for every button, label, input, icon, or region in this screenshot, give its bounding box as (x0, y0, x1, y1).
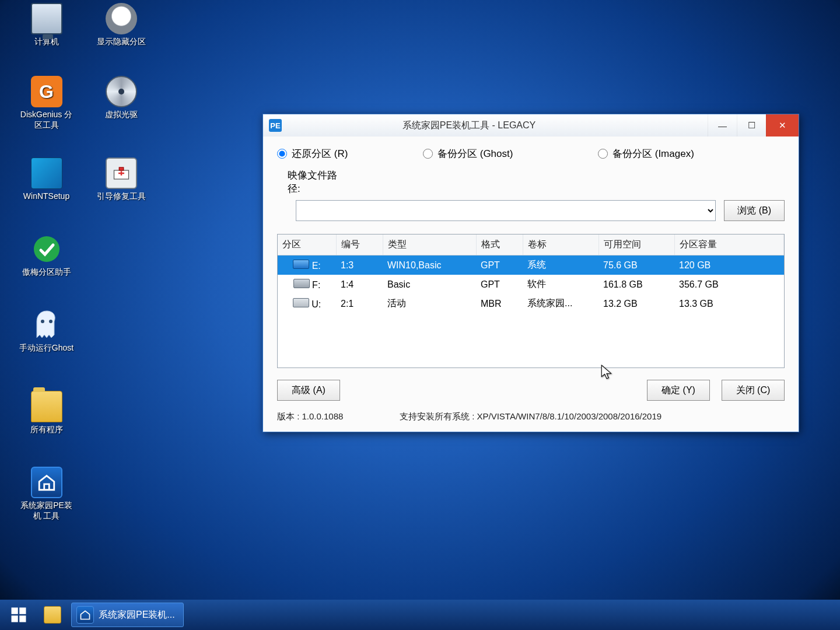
drive-icon-cell: U: (278, 294, 336, 313)
col-label[interactable]: 卷标 (523, 235, 598, 256)
icon-label: DiskGenius 分区工具 (19, 110, 74, 130)
titlebar[interactable]: PE 系统家园PE装机工具 - LEGACY — ☐ ✕ (263, 114, 799, 136)
radio-input[interactable] (277, 149, 287, 159)
folder-icon (31, 391, 62, 422)
cd-icon (106, 76, 137, 107)
svg-point-4 (49, 320, 52, 323)
radio-backup-ghost[interactable]: 备份分区 (Ghost) (423, 147, 598, 160)
visibility-icon (106, 3, 137, 34)
desktop-icon-pe-install-tool[interactable]: 系统家园PE装机 工具 (19, 467, 74, 521)
maximize-button[interactable]: ☐ (737, 114, 766, 136)
cell-capacity: 356.7 GB (674, 275, 784, 294)
cell-free: 13.2 GB (598, 294, 674, 313)
desktop-icon-show-hidden-partition[interactable]: 显示隐藏分区 (93, 3, 149, 47)
col-capacity[interactable]: 分区容量 (674, 235, 784, 256)
cell-number: 1:3 (336, 256, 383, 275)
svg-rect-8 (19, 615, 26, 622)
drive-icon (293, 298, 309, 307)
pe-tool-icon (76, 606, 94, 624)
supported-systems-text: 支持安装所有系统 : XP/VISTA/WIN7/8/8.1/10/2003/2… (400, 411, 662, 422)
svg-rect-6 (19, 608, 26, 614)
table-row[interactable]: F:1:4BasicGPT软件161.8 GB356.7 GB (278, 275, 784, 294)
toolbox-icon (106, 158, 137, 189)
app-icon: PE (269, 119, 282, 132)
col-format[interactable]: 格式 (476, 235, 523, 256)
radio-input[interactable] (423, 149, 433, 159)
radio-label: 备份分区 (Imagex) (612, 147, 694, 160)
task-label: 系统家园PE装机... (99, 609, 175, 621)
computer-icon (31, 3, 62, 34)
ghost-icon (31, 309, 62, 341)
cell-capacity: 13.3 GB (674, 294, 784, 313)
icon-label: 系统家园PE装机 工具 (19, 501, 74, 521)
icon-label: 虚拟光驱 (93, 110, 149, 120)
close-dialog-button[interactable]: 关闭 (C) (722, 380, 785, 401)
drive-icon (293, 260, 309, 269)
radio-input[interactable] (598, 149, 608, 159)
taskbar-task-pe-tool[interactable]: 系统家园PE装机... (71, 603, 184, 627)
table-row[interactable]: E:1:3WIN10,BasicGPT系统75.6 GB120 GB (278, 256, 784, 275)
col-type[interactable]: 类型 (383, 235, 476, 256)
icon-label: 显示隐藏分区 (93, 37, 149, 47)
icon-label: WinNTSetup (19, 191, 74, 202)
cell-number: 2:1 (336, 294, 383, 313)
cell-format: GPT (476, 275, 523, 294)
radio-restore-partition[interactable]: 还原分区 (R) (277, 147, 423, 160)
ok-button[interactable]: 确定 (Y) (647, 380, 710, 401)
pe-tool-icon (31, 467, 62, 498)
svg-rect-1 (119, 167, 124, 170)
cell-free: 75.6 GB (598, 256, 674, 275)
radio-backup-imagex[interactable]: 备份分区 (Imagex) (598, 147, 694, 160)
start-button[interactable] (4, 603, 34, 626)
drive-icon-cell: E: (278, 256, 336, 275)
desktop-icon-diskgenius[interactable]: G DiskGenius 分区工具 (19, 76, 74, 130)
desktop-icon-boot-repair[interactable]: 引导修复工具 (93, 158, 149, 202)
col-free[interactable]: 可用空间 (598, 235, 674, 256)
aomei-icon (31, 233, 62, 265)
drive-icon-cell: F: (278, 275, 336, 294)
advanced-button[interactable]: 高级 (A) (277, 380, 340, 401)
svg-point-2 (34, 236, 60, 262)
taskbar: 系统家园PE装机... (0, 600, 840, 630)
cell-label: 系统 (523, 256, 598, 275)
icon-label: 傲梅分区助手 (19, 267, 74, 278)
drive-icon (293, 279, 310, 288)
col-number[interactable]: 编号 (336, 235, 383, 256)
minimize-button[interactable]: — (708, 114, 737, 136)
cell-label: 软件 (523, 275, 598, 294)
desktop-icon-computer[interactable]: 计算机 (19, 3, 74, 47)
cell-number: 1:4 (336, 275, 383, 294)
image-path-dropdown[interactable] (296, 200, 716, 221)
close-button[interactable]: ✕ (766, 114, 799, 136)
browse-button[interactable]: 浏览 (B) (724, 200, 785, 221)
table-header-row: 分区 编号 类型 格式 卷标 可用空间 分区容量 (278, 235, 784, 256)
diskgenius-icon: G (31, 76, 62, 107)
desktop-icon-ghost[interactable]: 手动运行Ghost (19, 309, 74, 354)
desktop-icon-virtual-cd[interactable]: 虚拟光驱 (93, 76, 149, 120)
cell-format: GPT (476, 256, 523, 275)
icon-label: 所有程序 (19, 425, 74, 435)
cell-type: 活动 (383, 294, 476, 313)
pe-installer-window: PE 系统家园PE装机工具 - LEGACY — ☐ ✕ 还原分区 (R) 备份… (262, 114, 799, 432)
col-partition[interactable]: 分区 (278, 235, 336, 256)
svg-point-3 (41, 320, 44, 323)
icon-label: 手动运行Ghost (19, 343, 74, 354)
image-path-label: 映像文件路径: (277, 169, 347, 195)
status-line: 版本 : 1.0.0.1088 支持安装所有系统 : XP/VISTA/WIN7… (277, 409, 785, 428)
window-title: 系统家园PE装机工具 - LEGACY (289, 120, 708, 132)
version-text: 版本 : 1.0.0.1088 (277, 411, 400, 422)
desktop-icon-all-programs[interactable]: 所有程序 (19, 391, 74, 435)
mode-radio-group: 还原分区 (R) 备份分区 (Ghost) 备份分区 (Imagex) (277, 147, 785, 160)
svg-rect-7 (12, 615, 18, 622)
taskbar-explorer[interactable] (38, 603, 66, 627)
cell-type: Basic (383, 275, 476, 294)
svg-rect-5 (12, 608, 18, 614)
radio-label: 还原分区 (R) (292, 147, 348, 160)
desktop-icon-aomei-partition[interactable]: 傲梅分区助手 (19, 233, 74, 278)
cell-type: WIN10,Basic (383, 256, 476, 275)
table-row[interactable]: U:2:1活动MBR系统家园...13.2 GB13.3 GB (278, 294, 784, 313)
desktop-icon-winntsetup[interactable]: WinNTSetup (19, 158, 74, 202)
partition-table: 分区 编号 类型 格式 卷标 可用空间 分区容量 E:1:3WIN10,Basi… (277, 234, 785, 368)
cell-free: 161.8 GB (598, 275, 674, 294)
winntsetup-icon (31, 158, 62, 189)
